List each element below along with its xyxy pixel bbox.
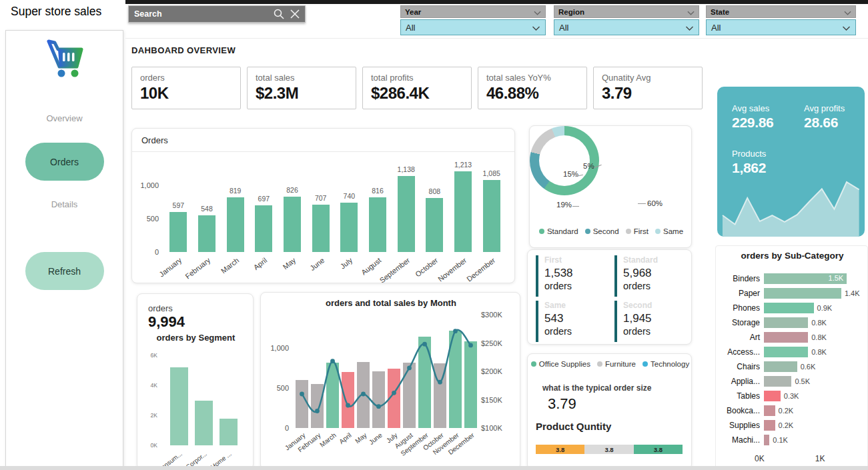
sidebar-item-overview[interactable]: Overview (6, 113, 123, 123)
filter-value: All (711, 23, 721, 33)
orders-bar-november[interactable] (454, 171, 472, 252)
subcat-bar[interactable]: 1.5K (764, 273, 847, 284)
legend-item-same[interactable]: Same (655, 227, 683, 235)
combo-bar-may[interactable] (357, 362, 370, 428)
filter-state-dropdown[interactable]: All (706, 19, 856, 35)
combo-bar-october[interactable] (434, 363, 446, 428)
clear-search-icon[interactable] (289, 8, 301, 20)
orders-bar-may[interactable] (284, 197, 301, 252)
subcat-row-bookca: Bookca...0.2K (720, 403, 865, 418)
orders-bar-february[interactable] (198, 215, 215, 252)
quantity-segment-0[interactable]: 3.8 (536, 445, 584, 454)
bottom-strip (0, 466, 868, 470)
x-axis-label: March (220, 256, 240, 275)
app-title: Super store sales (11, 5, 101, 19)
quantity-segment-2[interactable]: 3.8 (634, 445, 683, 454)
filter-year-header[interactable]: Year (400, 5, 546, 18)
subcat-row-storage: Storage0.8K (720, 315, 865, 330)
quantity-segment-1[interactable]: 3.8 (584, 445, 633, 454)
search-input[interactable] (129, 9, 273, 19)
legend-item-technology[interactable]: Technology (642, 360, 689, 368)
combo-bar-november[interactable] (449, 331, 462, 428)
subcat-row-chairs: Chairs0.6K (720, 359, 865, 374)
orders-bar-august[interactable] (369, 197, 386, 252)
orders-bar-march[interactable] (227, 197, 244, 252)
filter-year-dropdown[interactable]: All (400, 19, 546, 35)
donut-callout-same: 5% (583, 162, 594, 170)
ship-mode-donut-chart: 60%19%15%5%StandardSecondFirstSame (530, 126, 693, 249)
bar-value-label: 0.2K (779, 407, 794, 415)
combo-bar-april[interactable] (342, 372, 354, 428)
subcat-bar[interactable] (764, 317, 808, 328)
orders-bar-april[interactable] (255, 205, 272, 252)
legend-item-second[interactable]: Second (585, 227, 619, 235)
orders-by-segment-chart: 0K2K4K6Kconsum...Corpor...Home ... (137, 294, 254, 470)
filter-region-header[interactable]: Region (554, 5, 699, 18)
legend-dot (642, 361, 648, 367)
search-icon[interactable] (273, 8, 285, 20)
filter-state-header[interactable]: State (706, 5, 856, 18)
combo-bar-july[interactable] (388, 369, 400, 428)
subcat-bar[interactable] (764, 361, 797, 372)
combo-bar-march[interactable] (326, 363, 339, 428)
x-axis-label: January (157, 256, 183, 279)
subcat-bar[interactable] (764, 435, 769, 445)
subcat-bar[interactable] (764, 405, 775, 416)
filter-year: YearAll (400, 5, 546, 35)
donut-ring[interactable] (530, 126, 599, 195)
orders-by-segment-panel: orders 9,994 orders by Segment 0K2K4K6Kc… (137, 293, 254, 470)
orders-bar-september[interactable] (398, 176, 415, 252)
legend-item-first[interactable]: First (626, 227, 648, 235)
refresh-button[interactable]: Refresh (25, 252, 104, 290)
bar-value-label: 597 (173, 201, 185, 209)
filter-value: All (559, 23, 568, 33)
segment-bar[interactable] (170, 367, 188, 445)
orders-bar-december[interactable] (483, 180, 500, 253)
subcat-bar[interactable] (764, 376, 791, 387)
combo-bar-february[interactable] (311, 384, 324, 428)
orders-bar-january[interactable] (169, 212, 187, 252)
legend-item-office-supplies[interactable]: Office Supplies (531, 360, 590, 368)
segment-bar[interactable] (195, 401, 213, 446)
sales-sparkline-chart (717, 167, 865, 237)
filter-region-dropdown[interactable]: All (554, 19, 699, 35)
kpi-value: 10K (140, 84, 240, 103)
donut-hole (539, 135, 590, 186)
subcat-bar[interactable] (764, 391, 781, 401)
orders-bar-july[interactable] (340, 203, 358, 252)
combo-bar-december[interactable] (464, 341, 477, 428)
subcat-label: Bookca... (720, 406, 764, 415)
kpi-card-4: Qunatity Avg3.79 (593, 67, 703, 109)
legend-item-furniture[interactable]: Furniture (597, 360, 636, 368)
legend-label: Second (593, 227, 619, 235)
combo-bar-june[interactable] (372, 371, 385, 428)
combo-bar-august[interactable] (403, 363, 416, 428)
orders-sales-combo-chart: 05001,000$100K$150K$200K$250K$300KJanuar… (261, 293, 521, 470)
kpi-label: Qunatity Avg (602, 73, 702, 83)
combo-bar-september[interactable] (418, 337, 431, 428)
left-y-tick: 0 (262, 424, 289, 432)
chevron-down-icon (844, 6, 851, 18)
kpi-label: total sales (256, 73, 356, 83)
orders-bar-october[interactable] (426, 198, 443, 252)
legend-dot (585, 229, 590, 234)
subcat-label: Phones (720, 303, 764, 313)
segment-bar[interactable] (220, 419, 238, 446)
subcat-bar[interactable] (764, 420, 775, 431)
x-axis-label: May (354, 431, 368, 445)
sidebar-item-details[interactable]: Details (6, 199, 123, 209)
bar-value-label: 740 (344, 192, 356, 200)
subcat-bar[interactable] (764, 303, 814, 313)
x-axis-label: June (308, 256, 326, 272)
orders-bar-june[interactable] (312, 205, 330, 252)
subcat-bar[interactable] (764, 347, 808, 357)
sidebar-item-orders[interactable]: Orders (25, 143, 104, 181)
legend-item-standard[interactable]: Standard (539, 227, 578, 235)
x-axis-label: November (436, 256, 468, 283)
subcat-bar[interactable] (764, 288, 841, 299)
bar-value-label: 1,138 (398, 165, 415, 173)
combo-bar-january[interactable] (296, 380, 308, 428)
bar-value-label: 0.2K (779, 421, 794, 429)
order-size-question: what is the typical order size (542, 383, 651, 393)
subcat-bar[interactable] (764, 332, 808, 343)
